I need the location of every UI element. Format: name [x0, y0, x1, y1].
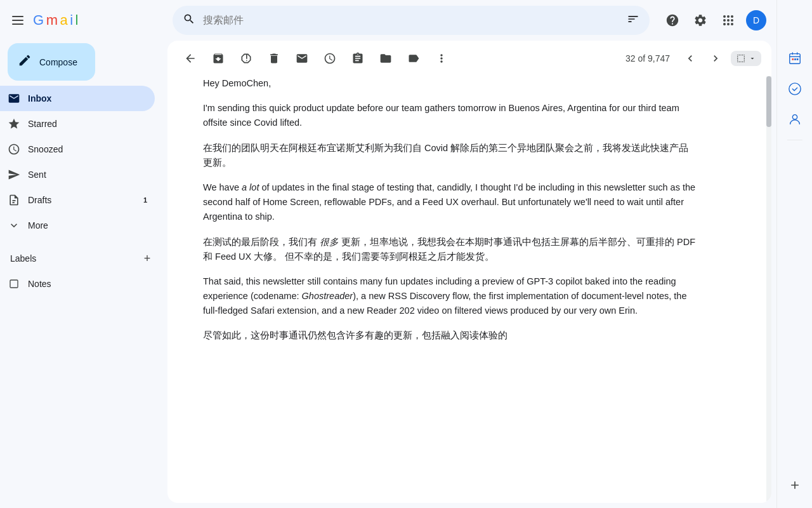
email-content: Hey DemoChen, I'm sending this quick pro…: [167, 76, 771, 503]
email-paragraph-7: 尽管如此，这份时事通讯仍然包含许多有趣的更新，包括融入阅读体验的: [203, 328, 698, 343]
avatar-letter: D: [753, 15, 759, 25]
svg-rect-3: [10, 280, 18, 288]
sidebar-header: Gmail: [0, 5, 162, 38]
help-button[interactable]: [660, 8, 685, 33]
logo-i: i: [70, 12, 72, 29]
next-email-button[interactable]: [703, 46, 728, 71]
labels-title: Labels: [10, 253, 36, 264]
settings-button[interactable]: [688, 8, 713, 33]
search-box: [173, 6, 650, 35]
compose-label: Compose: [39, 57, 77, 67]
search-options-button[interactable]: [627, 13, 639, 29]
inbox-icon: [8, 92, 20, 105]
email-count: 32 of 9,747: [625, 53, 670, 64]
delete-button[interactable]: [261, 46, 287, 71]
logo-m: m: [46, 12, 58, 29]
sidebar-item-starred[interactable]: Starred: [0, 111, 155, 137]
tasks-button[interactable]: [782, 76, 808, 102]
email-paragraph-6: That said, this newsletter still contain…: [203, 274, 698, 319]
notes-label: Notes: [28, 279, 51, 289]
sidebar-item-inbox[interactable]: Inbox: [0, 86, 155, 111]
more-toolbar-button[interactable]: [429, 46, 454, 71]
email-toolbar: 32 of 9,747: [167, 41, 771, 76]
more-expand-icon: [8, 219, 20, 232]
drafts-icon: [8, 194, 20, 206]
apps-button[interactable]: [716, 8, 741, 33]
gmail-logo: Gmail: [33, 12, 78, 29]
scrollbar-thumb[interactable]: [766, 76, 771, 127]
view-toggle-button[interactable]: [731, 51, 761, 66]
svg-rect-1: [12, 20, 23, 21]
compose-button[interactable]: Compose: [8, 43, 95, 81]
calendar-button[interactable]: [782, 46, 808, 71]
avatar-button[interactable]: D: [746, 10, 766, 30]
email-body: Hey DemoChen, I'm sending this quick pro…: [203, 76, 698, 344]
svg-rect-2: [12, 23, 23, 25]
svg-point-9: [792, 115, 797, 119]
more-label: More: [28, 220, 48, 231]
compose-icon: [18, 53, 32, 70]
drafts-label: Drafts: [28, 195, 51, 205]
snooze-icon: [8, 143, 20, 156]
notes-icon: [8, 279, 20, 289]
archive-button[interactable]: [206, 46, 231, 71]
labels-header[interactable]: Labels +: [0, 246, 162, 271]
expand-panel-button[interactable]: [782, 472, 808, 498]
topbar-actions: D: [660, 8, 766, 33]
sidebar: Gmail Compose Inbox Starred Snoozed Sent: [0, 0, 162, 508]
spam-button[interactable]: [233, 46, 259, 71]
drafts-badge: 1: [143, 196, 147, 204]
main-area: D: [162, 0, 776, 508]
sidebar-item-sent[interactable]: Sent: [0, 162, 155, 187]
mark-unread-button[interactable]: [289, 46, 315, 71]
email-paragraph-1: Hey DemoChen,: [203, 76, 698, 91]
scrollbar-track[interactable]: [766, 76, 771, 503]
svg-rect-0: [12, 16, 23, 17]
right-panel-divider: [787, 140, 802, 140]
sidebar-item-more[interactable]: More: [0, 213, 155, 238]
label-as-button[interactable]: [401, 46, 426, 71]
sidebar-item-notes[interactable]: Notes: [0, 271, 155, 297]
contacts-button[interactable]: [782, 107, 808, 132]
inbox-label: Inbox: [28, 93, 51, 104]
email-paragraph-3: 在我们的团队明天在阿根廷布宜诺斯艾利斯为我们自 Covid 解除后的第三个异地团…: [203, 141, 698, 170]
svg-rect-5: [792, 58, 794, 60]
right-panel: [776, 0, 812, 508]
svg-rect-7: [796, 58, 798, 60]
email-paragraph-5: 在测试的最后阶段，我们有 很多 更新，坦率地说，我想我会在本期时事通讯中包括主屏…: [203, 235, 698, 264]
sent-icon: [8, 168, 20, 181]
email-view: 32 of 9,747 Hey DemoChen, I'm sending th…: [167, 41, 771, 503]
sidebar-item-snoozed[interactable]: Snoozed: [0, 137, 155, 162]
sent-label: Sent: [28, 170, 46, 180]
starred-label: Starred: [28, 119, 57, 129]
prev-email-button[interactable]: [678, 46, 703, 71]
logo-l: l: [75, 12, 78, 29]
email-paragraph-4: We have a lot of updates in the final st…: [203, 180, 698, 225]
svg-rect-6: [794, 58, 796, 60]
topbar: D: [162, 0, 776, 41]
sidebar-item-drafts[interactable]: Drafts 1: [0, 187, 155, 213]
hamburger-button[interactable]: [5, 8, 30, 33]
apps-grid-icon: [723, 15, 733, 25]
add-task-button[interactable]: [345, 46, 370, 71]
snooze-toolbar-button[interactable]: [317, 46, 343, 71]
search-input[interactable]: [203, 15, 619, 26]
email-paragraph-2: I'm sending this quick product update be…: [203, 101, 698, 130]
snoozed-label: Snoozed: [28, 144, 63, 154]
labels-section: Labels + Notes: [0, 241, 162, 302]
search-button[interactable]: [183, 13, 195, 29]
email-navigation: [678, 46, 728, 71]
add-label-button[interactable]: +: [140, 251, 155, 266]
svg-point-8: [789, 83, 800, 95]
star-icon: [8, 117, 20, 130]
back-button[interactable]: [178, 46, 203, 71]
move-to-button[interactable]: [373, 46, 398, 71]
logo-a: a: [60, 12, 67, 29]
logo-g: G: [33, 12, 44, 29]
